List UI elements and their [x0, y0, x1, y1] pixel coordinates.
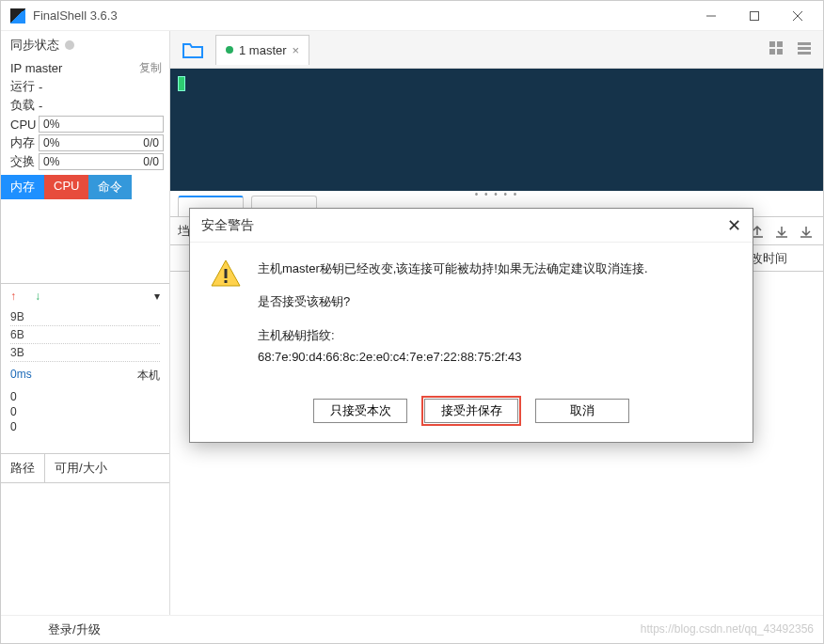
cpu-row: CPU 0% [1, 115, 169, 134]
zero-2: 0 [10, 419, 160, 434]
net-indicator-row: ↑↓ ▾ [1, 284, 169, 308]
list-view-icon[interactable] [793, 37, 816, 62]
disk-header: 路径 可用/大小 [1, 453, 169, 483]
net-scale-1: 6B [10, 326, 160, 344]
net-scale-0: 9B [10, 308, 160, 326]
zero-0: 0 [10, 389, 160, 404]
sidebar: 同步状态 IP master 复制 运行 - 负载 - CPU 0% 内存 0%… [1, 31, 170, 615]
dialog-body: 主机master秘钥已经改变,该连接可能被劫持!如果无法确定建议取消连接. 是否… [190, 243, 753, 399]
load-row: 负载 - [1, 96, 169, 115]
ip-row: IP master 复制 [1, 59, 169, 77]
app-icon [10, 8, 25, 24]
sidebar-tab-cmd[interactable]: 命令 [88, 175, 132, 199]
sidebar-tab-spacer [132, 175, 169, 199]
sync-status-row: 同步状态 [1, 31, 169, 59]
watermark: https://blog.csdn.net/qq_43492356 [641, 622, 814, 636]
col-avail[interactable]: 可用/大小 [45, 454, 117, 482]
app-title: FinalShell 3.6.3 [33, 8, 689, 23]
window-controls [689, 2, 819, 30]
swap-label: 交换 [10, 153, 39, 170]
tabbar: 1 master × [170, 31, 823, 69]
dialog-message: 主机master秘钥已经改变,该连接可能被劫持!如果无法确定建议取消连接. 是否… [258, 258, 648, 380]
load-label: 负载 [10, 97, 39, 114]
mem-row: 内存 0%0/0 [1, 134, 169, 152]
svg-rect-6 [769, 49, 775, 55]
sync-dot-icon [65, 40, 74, 50]
dialog-line1: 主机master秘钥已经改变,该连接可能被劫持!如果无法确定建议取消连接. [258, 258, 648, 279]
cpu-value: 0% [43, 118, 59, 131]
svg-rect-11 [225, 269, 228, 278]
swap-total: 0/0 [143, 155, 159, 168]
connection-dot-icon [226, 46, 233, 54]
mem-value: 0% [43, 136, 59, 149]
col-path[interactable]: 路径 [1, 454, 45, 482]
run-row: 运行 - [1, 77, 169, 96]
terminal-cursor [178, 76, 185, 91]
zero-1: 0 [10, 404, 160, 419]
svg-rect-4 [769, 41, 775, 47]
svg-rect-10 [798, 52, 811, 55]
minimize-button[interactable] [689, 2, 733, 30]
run-label: 运行 [10, 78, 39, 95]
dialog-title-text: 安全警告 [201, 217, 254, 234]
cpu-bar: 0% [39, 116, 164, 133]
grid-view-icon[interactable] [765, 37, 787, 62]
swap-value: 0% [43, 155, 59, 168]
open-folder-button[interactable] [176, 33, 210, 67]
latency-location: 本机 [137, 368, 160, 384]
tab-close-button[interactable]: × [293, 43, 300, 57]
cpu-label: CPU [10, 118, 39, 132]
run-value: - [39, 80, 162, 94]
arrow-up-icon: ↑ [10, 290, 16, 303]
folder-icon [182, 40, 204, 59]
tab-master[interactable]: 1 master × [215, 35, 309, 65]
dialog-buttons: 只接受本次 接受并保存 取消 [190, 399, 753, 442]
sidebar-tab-mem[interactable]: 内存 [1, 175, 44, 199]
download-icon[interactable] [772, 222, 791, 241]
security-warning-dialog: 安全警告 ✕ 主机master秘钥已经改变,该连接可能被劫持!如果无法确定建议取… [189, 208, 753, 443]
svg-rect-12 [225, 280, 228, 283]
download-all-icon[interactable] [797, 222, 816, 241]
net-scale-2: 3B [10, 344, 160, 362]
svg-rect-1 [751, 11, 759, 20]
warning-icon [209, 258, 243, 291]
terminal[interactable] [170, 69, 823, 191]
maximize-button[interactable] [733, 2, 776, 30]
mem-bar: 0%0/0 [39, 134, 164, 151]
svg-rect-9 [798, 47, 811, 50]
svg-rect-8 [798, 42, 811, 45]
swap-row: 交换 0%0/0 [1, 152, 169, 171]
latency-value: 0ms [10, 368, 32, 384]
svg-rect-7 [777, 49, 783, 55]
fingerprint-label: 主机秘钥指纹: [258, 328, 335, 342]
accept-once-button[interactable]: 只接受本次 [313, 399, 407, 423]
cancel-button[interactable]: 取消 [535, 399, 629, 423]
net-scale-list: 9B 6B 3B [1, 308, 169, 362]
latency-row: 0ms 本机 [1, 362, 169, 389]
dialog-close-button[interactable]: ✕ [727, 215, 741, 236]
arrow-down-icon: ↓ [35, 290, 40, 303]
mem-total: 0/0 [143, 136, 159, 149]
swap-bar: 0%0/0 [39, 153, 164, 170]
fingerprint-value: 68:7e:90:d4:66:8c:2e:e0:c4:7e:e7:22:88:7… [258, 350, 521, 364]
sidebar-tab-cpu[interactable]: CPU [44, 175, 88, 199]
svg-rect-5 [777, 41, 783, 47]
view-mode-buttons [765, 37, 816, 62]
mem-label: 内存 [10, 134, 39, 151]
sync-label: 同步状态 [10, 37, 59, 54]
dialog-titlebar: 安全警告 ✕ [190, 209, 753, 243]
login-upgrade-button[interactable]: 登录/升级 [48, 621, 101, 638]
sidebar-graph-area [1, 199, 169, 284]
drag-handle-icon[interactable]: • • • • • [475, 189, 519, 199]
chevron-down-icon[interactable]: ▾ [154, 290, 160, 303]
accept-save-button[interactable]: 接受并保存 [424, 399, 518, 423]
copy-button[interactable]: 复制 [139, 60, 162, 76]
titlebar: FinalShell 3.6.3 [1, 1, 823, 31]
close-button[interactable] [776, 2, 819, 30]
zero-list: 0 0 0 [1, 389, 169, 434]
tab-label: 1 master [239, 43, 287, 57]
sidebar-tabs: 内存 CPU 命令 [1, 175, 169, 199]
ip-value: IP master [10, 61, 139, 75]
load-value: - [39, 99, 162, 113]
dialog-line2: 是否接受该秘钥? [258, 291, 648, 312]
